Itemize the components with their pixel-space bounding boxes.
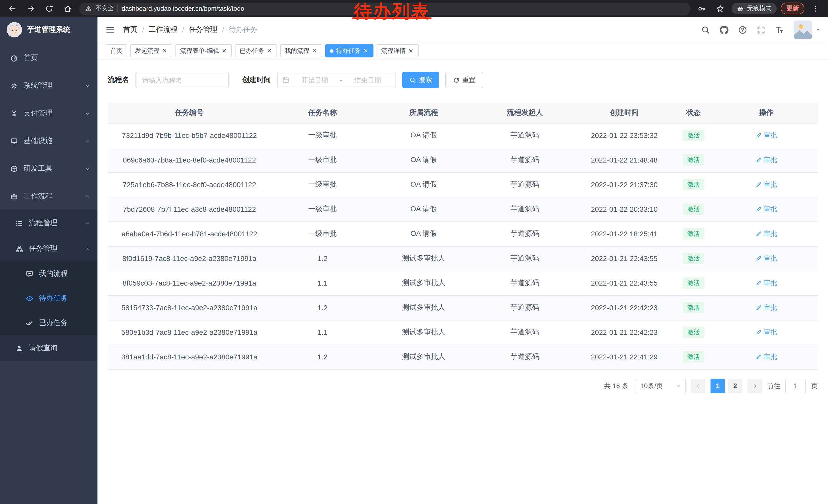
user-avatar[interactable] bbox=[794, 20, 821, 39]
close-icon[interactable] bbox=[312, 48, 318, 54]
approve-link[interactable]: 审批 bbox=[755, 254, 777, 263]
approve-label: 审批 bbox=[763, 204, 777, 214]
sidebar-item-10[interactable]: 已办任务 bbox=[0, 311, 97, 335]
yen-icon bbox=[10, 109, 18, 117]
tab-3[interactable]: 已办任务 bbox=[235, 44, 277, 57]
reload-icon[interactable] bbox=[45, 4, 53, 12]
cell-created-time: 2022-01-21 22:43:55 bbox=[576, 271, 672, 295]
tab-4[interactable]: 我的流程 bbox=[280, 44, 322, 57]
approve-link[interactable]: 审批 bbox=[755, 303, 777, 312]
page-size-value: 10条/页 bbox=[640, 381, 663, 391]
prev-page-button[interactable] bbox=[691, 379, 705, 393]
fullscreen-icon[interactable] bbox=[757, 26, 765, 34]
home-icon[interactable] bbox=[64, 4, 72, 12]
approve-link[interactable]: 审批 bbox=[755, 180, 777, 189]
edit-icon bbox=[755, 182, 761, 188]
app-logo[interactable]: 芋道管理系统 bbox=[0, 17, 97, 43]
table-row: 75d72608-7b7f-11ec-a3c8-acde48001122一级审批… bbox=[108, 197, 818, 222]
sidebar-item-6[interactable]: 流程管理 bbox=[0, 210, 97, 236]
sidebar-item-5[interactable]: 工作流程 bbox=[0, 183, 97, 210]
end-date-input[interactable] bbox=[344, 76, 391, 84]
page-size-select[interactable]: 10条/页 bbox=[636, 379, 686, 393]
approve-link[interactable]: 审批 bbox=[755, 328, 777, 337]
github-icon[interactable] bbox=[720, 26, 729, 34]
start-date-input[interactable] bbox=[291, 76, 338, 84]
table-row: a6aba0a4-7b6d-11ec-b781-acde48001122一级审批… bbox=[108, 222, 818, 246]
approve-label: 审批 bbox=[763, 229, 777, 238]
update-chip[interactable]: 更新 bbox=[781, 3, 804, 14]
breadcrumb-item[interactable]: 首页 bbox=[123, 25, 137, 34]
status-badge: 激活 bbox=[683, 326, 704, 338]
process-name-input[interactable] bbox=[135, 72, 229, 88]
breadcrumb-item: 待办任务 bbox=[229, 25, 257, 34]
incognito-badge: 无痕模式 bbox=[732, 3, 777, 14]
close-icon[interactable] bbox=[408, 48, 414, 54]
cell-action: 审批 bbox=[715, 222, 818, 246]
approve-link[interactable]: 审批 bbox=[755, 229, 777, 238]
close-icon[interactable] bbox=[363, 48, 369, 54]
breadcrumb-item[interactable]: 任务管理 bbox=[189, 25, 217, 34]
help-icon[interactable] bbox=[738, 26, 747, 34]
cell-task-id: 381aa1dd-7ac8-11ec-a9e2-a2380e71991a bbox=[108, 345, 271, 369]
approve-label: 审批 bbox=[763, 352, 777, 362]
tab-0[interactable]: 首页 bbox=[106, 44, 127, 57]
cell-action: 审批 bbox=[715, 246, 818, 271]
font-size-icon[interactable] bbox=[775, 26, 784, 34]
edit-icon bbox=[755, 354, 761, 360]
tab-2[interactable]: 流程表单-编辑 bbox=[175, 44, 232, 57]
back-icon[interactable] bbox=[8, 4, 16, 12]
close-icon[interactable] bbox=[266, 48, 273, 54]
tab-1[interactable]: 发起流程 bbox=[130, 44, 172, 57]
cell-initiator: 芋道源码 bbox=[473, 172, 576, 197]
sidebar-item-2[interactable]: 支付管理 bbox=[0, 99, 97, 127]
approve-label: 审批 bbox=[763, 303, 777, 312]
page-buttons: 12 bbox=[710, 379, 742, 393]
approve-link[interactable]: 审批 bbox=[755, 278, 777, 288]
breadcrumb-item[interactable]: 工作流程 bbox=[149, 25, 177, 34]
sidebar-item-3[interactable]: 基础设施 bbox=[0, 127, 97, 155]
approve-link[interactable]: 审批 bbox=[755, 204, 777, 214]
approve-link[interactable]: 审批 bbox=[755, 155, 777, 165]
close-icon[interactable] bbox=[221, 48, 227, 54]
sidebar-toggle-icon[interactable] bbox=[106, 26, 115, 34]
sidebar-item-9[interactable]: 待办任务 bbox=[0, 286, 97, 311]
sidebar-item-1[interactable]: 系统管理 bbox=[0, 72, 97, 99]
sidebar-item-0[interactable]: 首页 bbox=[0, 44, 97, 72]
reset-button[interactable]: 重置 bbox=[445, 72, 483, 88]
sidebar-item-11[interactable]: 请假查询 bbox=[0, 335, 97, 361]
column-header: 状态 bbox=[672, 102, 715, 123]
sidebar-item-label: 流程管理 bbox=[29, 218, 57, 228]
cell-created-time: 2022-01-21 22:42:23 bbox=[576, 320, 672, 345]
column-header: 任务名称 bbox=[271, 102, 374, 123]
column-header: 流程发起人 bbox=[473, 102, 576, 123]
approve-link[interactable]: 审批 bbox=[755, 131, 777, 140]
cell-created-time: 2022-01-22 21:48:48 bbox=[576, 148, 672, 172]
sidebar-item-4[interactable]: 研发工具 bbox=[0, 155, 97, 183]
approve-link[interactable]: 审批 bbox=[755, 352, 777, 362]
approve-label: 审批 bbox=[763, 180, 777, 189]
tab-5[interactable]: 待办任务 bbox=[325, 44, 373, 57]
sidebar-item-8[interactable]: 我的流程 bbox=[0, 262, 97, 286]
forward-icon[interactable] bbox=[27, 4, 35, 12]
date-range-picker[interactable]: - bbox=[277, 72, 396, 88]
search-button-icon bbox=[409, 77, 416, 83]
column-header: 创建时间 bbox=[576, 102, 672, 123]
incognito-icon bbox=[737, 5, 744, 12]
next-page-button[interactable] bbox=[747, 379, 762, 393]
tab-6[interactable]: 流程详情 bbox=[377, 44, 419, 57]
search-icon[interactable] bbox=[701, 26, 710, 34]
chevron-left-icon bbox=[695, 383, 701, 389]
close-icon[interactable] bbox=[162, 48, 168, 54]
goto-page-input[interactable] bbox=[785, 379, 806, 393]
sidebar-item-7[interactable]: 任务管理 bbox=[0, 236, 97, 262]
cell-task-name: 1.1 bbox=[271, 320, 374, 345]
app-window: 芋道管理系统 首页系统管理支付管理基础设施研发工具工作流程流程管理任务管理我的流… bbox=[0, 17, 828, 504]
tab-label: 流程详情 bbox=[381, 46, 406, 55]
password-key-icon[interactable] bbox=[698, 4, 706, 12]
page-button-2[interactable]: 2 bbox=[728, 379, 742, 393]
create-time-label: 创建时间 bbox=[242, 75, 271, 85]
browser-menu-icon[interactable] bbox=[812, 4, 820, 12]
search-button[interactable]: 搜索 bbox=[402, 72, 439, 88]
page-button-1[interactable]: 1 bbox=[710, 379, 725, 393]
bookmark-star-icon[interactable] bbox=[716, 4, 724, 12]
